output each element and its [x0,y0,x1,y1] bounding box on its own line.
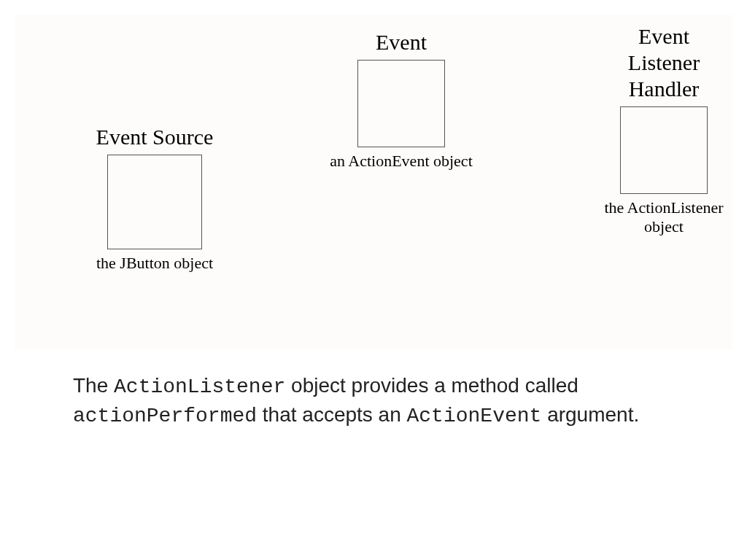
event-caption: an ActionEvent object [314,152,489,171]
handler-block: Event Listener Handler the ActionListene… [584,23,744,237]
handler-title-line3: Handler [629,77,700,101]
handler-title-line2: Listener [628,50,700,74]
desc-text-4: argument. [541,403,639,426]
desc-text-2: object provides a method called [285,374,578,397]
description-paragraph: The ActionListener object provides a met… [0,350,747,430]
desc-code-1: ActionListener [114,376,285,398]
diagram-area: Event Source the JButton object Event an… [15,15,732,350]
event-source-title: Event Source [53,124,257,150]
event-source-caption: the JButton object [53,254,257,273]
handler-box [620,106,708,194]
event-source-box [107,155,202,249]
handler-title-line1: Event [638,24,689,48]
handler-caption: the ActionListener object [584,198,744,237]
desc-text-1: The [73,374,114,397]
event-block: Event an ActionEvent object [314,29,489,171]
desc-code-3: ActionEvent [407,405,542,427]
desc-code-2: actionPerformed [73,405,257,427]
desc-text-3: that accepts an [257,403,406,426]
handler-title: Event Listener Handler [584,23,744,102]
event-source-block: Event Source the JButton object [53,124,257,273]
event-box [357,60,445,147]
event-title: Event [314,29,489,55]
